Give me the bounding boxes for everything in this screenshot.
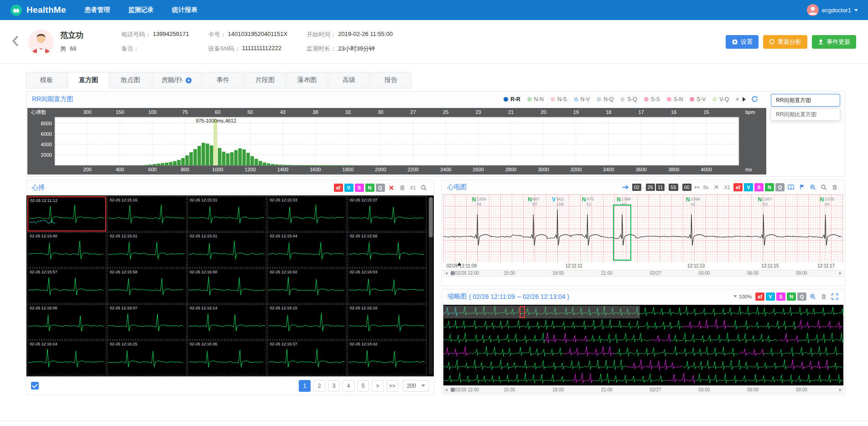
goto-time-button[interactable] — [621, 183, 630, 192]
class-button-N[interactable]: N — [365, 184, 374, 192]
tab-template[interactable]: 模板 — [26, 72, 67, 88]
beat-cell[interactable]: 02-26 12:16:16 — [348, 304, 426, 339]
beat-cell[interactable]: 02-26 12:15:33 — [267, 196, 346, 231]
beat-cell[interactable]: 02-26 12:15:37 — [348, 196, 426, 231]
beat-cell[interactable]: 02-26 12:15:44 — [267, 232, 346, 267]
beat-cell[interactable]: 02-26 12:15:41 — [107, 232, 186, 267]
fullscreen-button[interactable] — [830, 292, 839, 301]
zoom-level-select[interactable]: 100% — [733, 294, 752, 299]
class-button-N[interactable]: N — [787, 293, 796, 301]
clear-selection-button[interactable] — [712, 183, 721, 192]
legend-item-S-Q[interactable]: S-Q — [620, 96, 637, 103]
beat-cell[interactable]: 02-26 12:15:40 — [27, 232, 106, 267]
page-button-3[interactable]: 3 — [328, 380, 340, 392]
class-button-Q[interactable]: Q — [775, 183, 785, 191]
legend-item-N-N[interactable]: N-N — [527, 96, 544, 103]
beat-cell[interactable]: 02-26 12:15:56 — [348, 232, 426, 267]
legend-item-R-R[interactable]: R-R — [504, 96, 520, 103]
page-button-4[interactable]: 4 — [343, 380, 354, 392]
class-button-V[interactable]: V — [766, 293, 775, 301]
datetime-segment[interactable]: 26 — [646, 184, 655, 191]
legend-prev-button[interactable] — [735, 97, 738, 102]
page-button-1[interactable]: 1 — [299, 380, 311, 392]
tab-waterfall[interactable]: 瀑布图 — [286, 72, 327, 88]
datetime-segment[interactable]: 00 — [682, 184, 691, 191]
dropdown-selected-option[interactable]: RR间期直方图 — [771, 94, 840, 107]
class-button-S[interactable]: S — [754, 183, 764, 191]
ecg-scale-label[interactable]: X1 — [724, 185, 730, 190]
tab-report[interactable]: 报告 — [370, 72, 411, 88]
nav-item-reports[interactable]: 统计报表 — [172, 0, 198, 20]
beat-cell[interactable]: 02-26 12:16:15 — [267, 304, 346, 339]
selection-band[interactable] — [444, 306, 640, 318]
ecg-strip[interactable]: N135944N68787V562106N97661N139842N139842… — [443, 195, 843, 262]
beat-cell[interactable]: 02-26 12:15:41 — [187, 232, 266, 267]
last-page-button[interactable]: >> — [386, 380, 398, 392]
scrollbar-thumb[interactable] — [451, 388, 455, 392]
legend-item-S-N[interactable]: S-N — [667, 96, 683, 103]
datetime-segment[interactable]: 55 — [669, 184, 678, 191]
histogram-type-dropdown[interactable]: RR间期直方图 RR间期比直方图 — [771, 94, 840, 121]
position-cursor[interactable] — [520, 306, 525, 318]
class-button-V[interactable]: V — [744, 183, 753, 191]
beat-cell[interactable]: 02-26 12:16:06 — [27, 304, 106, 339]
beat-cell[interactable]: 02-26 12:16:14 — [187, 304, 266, 339]
beat-cell[interactable]: 02-26 12:16:37 — [267, 340, 346, 375]
class-button-V[interactable]: V — [344, 184, 353, 192]
legend-item-N-Q[interactable]: N-Q — [597, 96, 613, 103]
thumbnail-view[interactable] — [443, 305, 843, 385]
class-button-S[interactable]: S — [355, 184, 364, 192]
page-size-select[interactable]: 200 — [403, 380, 429, 392]
tab-events[interactable]: 事件 — [203, 72, 244, 88]
beat-cell[interactable]: 02-26 12:15:16 — [107, 196, 186, 231]
zoom-button[interactable] — [819, 183, 828, 192]
tab-histogram[interactable]: 直方图 — [68, 72, 109, 88]
beat-cell[interactable]: 02-26 12:15:31 — [187, 196, 266, 231]
trash-button[interactable] — [830, 183, 839, 192]
beat-cell[interactable]: 02-26 12:16:02 — [267, 268, 346, 303]
datetime-picker[interactable]: 02-2611:55:00 — [632, 184, 691, 191]
legend-item-N-S[interactable]: N-S — [551, 96, 567, 103]
nav-item-records[interactable]: 监测记录 — [128, 0, 154, 20]
class-button-Q[interactable]: Q — [376, 184, 385, 192]
beat-cell[interactable]: 02-26 12:15:57 — [27, 268, 106, 303]
select-all-checkbox[interactable] — [31, 382, 39, 390]
dropdown-option[interactable]: RR间期比直方图 — [771, 108, 840, 121]
refresh-chart-button[interactable] — [750, 95, 759, 104]
legend-item-N-V[interactable]: N-V — [574, 96, 590, 103]
settings-button[interactable]: 设置 — [726, 35, 759, 49]
beats-scrollbar[interactable] — [429, 197, 433, 375]
thumbnail-overview-scrollbar[interactable]: 02/26 12:0015:0018:0021:0002/2703:0006:0… — [443, 386, 843, 393]
scrollbar-thumb[interactable] — [451, 271, 455, 275]
trash-button[interactable] — [398, 183, 407, 192]
beat-cell[interactable]: 02-26 12:16:42 — [348, 340, 426, 375]
class-button-N[interactable]: N — [765, 183, 774, 191]
rr-histogram-chart[interactable]: 2000400060008000300150100756050433833302… — [27, 108, 766, 175]
scroll-right-button[interactable] — [839, 389, 842, 391]
back-button[interactable] — [12, 36, 24, 48]
beat-cell[interactable]: 02-26 12:15:58 — [107, 268, 186, 303]
scroll-left-button[interactable] — [445, 389, 447, 391]
class-button-Q[interactable]: Q — [797, 293, 806, 301]
class-button-S[interactable]: S — [776, 293, 785, 301]
zoom-in-button[interactable] — [808, 292, 817, 301]
beat-cell[interactable]: 02-26 12:16:36 — [187, 340, 266, 375]
tab-af[interactable]: 房颤/扑 — [152, 72, 202, 88]
datetime-segment[interactable]: 02 — [632, 184, 641, 191]
ecg-overview-scrollbar[interactable]: 02/26 12:0015:0018:0021:0002/2703:0006:0… — [443, 270, 843, 277]
datetime-segment[interactable]: 11 — [656, 184, 665, 191]
scroll-right-button[interactable] — [839, 272, 842, 275]
legend-item-S-V[interactable]: S-V — [690, 96, 706, 103]
beats-scale-label[interactable]: X1 — [410, 185, 416, 190]
lorenz-book-button[interactable] — [786, 183, 795, 192]
legend-item-S-S[interactable]: S-S — [644, 96, 660, 103]
legend-item-V-Q[interactable]: V-Q — [712, 96, 729, 103]
beat-cell[interactable]: 02-26 12:16:24 — [27, 340, 106, 375]
tab-scatter[interactable]: 散点图 — [110, 72, 151, 88]
beat-cell[interactable]: 02-26 12:11:12 — [27, 196, 106, 231]
window-length-select[interactable]: 8s — [703, 185, 709, 190]
beat-cell[interactable]: 02-26 12:16:00 — [187, 268, 266, 303]
zoom-button[interactable] — [419, 183, 428, 192]
beat-cell[interactable]: 02-26 12:16:25 — [107, 340, 186, 375]
reanalyze-button[interactable]: 重新分析 — [763, 35, 807, 49]
